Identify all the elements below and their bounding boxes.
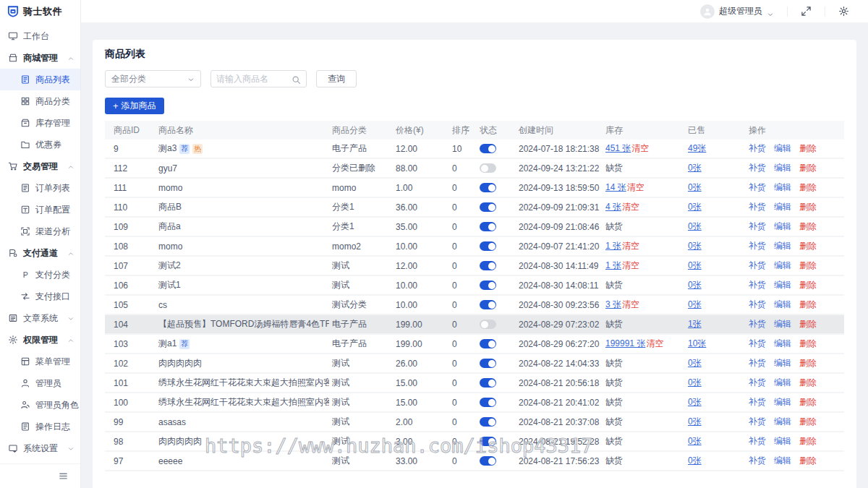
delete-action[interactable]: 删除 [799, 416, 817, 428]
sold-count-link[interactable]: 0张 [688, 221, 702, 233]
edit-action[interactable]: 编辑 [774, 357, 791, 369]
settings-gear-icon[interactable] [838, 6, 849, 17]
restock-action[interactable]: 补货 [749, 377, 766, 389]
sidebar-item-menu-management[interactable]: 菜单管理 [0, 351, 80, 372]
category-select[interactable]: 全部分类 [105, 70, 201, 87]
status-toggle[interactable] [480, 300, 496, 309]
query-button[interactable]: 查询 [316, 70, 357, 87]
restock-action[interactable]: 补货 [749, 416, 766, 428]
restock-action[interactable]: 补货 [749, 279, 766, 291]
sidebar-item-article-system[interactable]: 文章系统 [0, 307, 80, 329]
edit-action[interactable]: 编辑 [774, 377, 791, 389]
delete-action[interactable]: 删除 [799, 318, 817, 330]
add-product-button[interactable]: + 添加商品 [105, 98, 164, 114]
sold-count-link[interactable]: 0张 [688, 201, 702, 213]
sold-count-link[interactable]: 0张 [688, 260, 702, 272]
status-toggle[interactable] [480, 359, 496, 368]
stock-count-link[interactable]: 451 张 [605, 142, 631, 155]
sold-count-link[interactable]: 1张 [688, 318, 702, 330]
sidebar-item-coupon[interactable]: 优惠券 [0, 134, 80, 155]
delete-action[interactable]: 删除 [799, 201, 817, 213]
sidebar-item-admin[interactable]: 管理员 [0, 372, 80, 394]
edit-action[interactable]: 编辑 [774, 318, 791, 330]
sidebar-item-admin-role[interactable]: 管理员角色 [0, 394, 80, 416]
edit-action[interactable]: 编辑 [774, 240, 791, 252]
delete-action[interactable]: 删除 [799, 299, 817, 311]
stock-clear-link[interactable]: 清空 [631, 142, 649, 155]
restock-action[interactable]: 补货 [749, 338, 766, 350]
product-name-search[interactable] [210, 70, 307, 87]
sold-count-link[interactable]: 10张 [688, 338, 706, 350]
status-toggle[interactable] [480, 339, 496, 348]
delete-action[interactable]: 删除 [799, 357, 817, 369]
fullscreen-icon[interactable] [801, 6, 812, 17]
sold-count-link[interactable]: 0张 [688, 396, 702, 408]
status-toggle[interactable] [480, 437, 496, 446]
status-toggle[interactable] [480, 261, 496, 270]
status-toggle[interactable] [480, 241, 496, 251]
delete-action[interactable]: 删除 [799, 221, 817, 233]
edit-action[interactable]: 编辑 [774, 435, 791, 448]
stock-clear-link[interactable]: 清空 [622, 260, 639, 272]
stock-count-link[interactable]: 1 张 [605, 240, 621, 252]
sidebar-item-system-settings[interactable]: 系统设置 [0, 437, 80, 459]
status-toggle[interactable] [480, 281, 496, 290]
delete-action[interactable]: 删除 [799, 260, 817, 272]
stock-count-link[interactable]: 1 张 [605, 260, 621, 272]
status-toggle[interactable] [480, 222, 496, 231]
edit-action[interactable]: 编辑 [774, 260, 791, 272]
sold-count-link[interactable]: 0张 [688, 455, 702, 467]
sold-count-link[interactable]: 0张 [688, 435, 702, 448]
status-toggle[interactable] [480, 320, 496, 329]
sold-count-link[interactable]: 0张 [688, 357, 702, 369]
edit-action[interactable]: 编辑 [774, 338, 791, 350]
restock-action[interactable]: 补货 [749, 240, 766, 252]
edit-action[interactable]: 编辑 [774, 201, 791, 213]
sidebar-item-payment-interface[interactable]: 支付接口 [0, 286, 80, 307]
restock-action[interactable]: 补货 [749, 299, 766, 311]
sidebar-item-trade-management[interactable]: 交易管理 [0, 155, 80, 177]
restock-action[interactable]: 补货 [749, 181, 766, 194]
stock-count-link[interactable]: 4 张 [605, 201, 621, 213]
status-toggle[interactable] [480, 183, 496, 192]
sidebar-item-payment-channel[interactable]: 支付通道 [0, 242, 80, 264]
sold-count-link[interactable]: 0张 [688, 299, 702, 311]
delete-action[interactable]: 删除 [799, 240, 817, 252]
restock-action[interactable]: 补货 [749, 455, 766, 467]
edit-action[interactable]: 编辑 [774, 279, 791, 291]
edit-action[interactable]: 编辑 [774, 181, 791, 194]
sold-count-link[interactable]: 0张 [688, 181, 702, 194]
stock-clear-link[interactable]: 清空 [622, 201, 639, 213]
delete-action[interactable]: 删除 [799, 455, 817, 467]
delete-action[interactable]: 删除 [799, 142, 817, 155]
delete-action[interactable]: 删除 [799, 338, 817, 350]
sold-count-link[interactable]: 49张 [688, 142, 706, 155]
sold-count-link[interactable]: 0张 [688, 240, 702, 252]
delete-action[interactable]: 删除 [799, 279, 817, 291]
sidebar-item-mall-management[interactable]: 商城管理 [0, 47, 80, 69]
edit-action[interactable]: 编辑 [774, 455, 791, 467]
restock-action[interactable]: 补货 [749, 435, 766, 448]
delete-action[interactable]: 删除 [799, 377, 817, 389]
delete-action[interactable]: 删除 [799, 162, 817, 174]
sidebar-item-order-list[interactable]: 订单列表 [0, 177, 80, 199]
delete-action[interactable]: 删除 [799, 181, 817, 194]
stock-clear-link[interactable]: 清空 [627, 181, 644, 194]
user-menu[interactable]: 超级管理员 [700, 4, 774, 19]
search-input[interactable] [216, 74, 289, 84]
status-toggle[interactable] [480, 398, 496, 407]
restock-action[interactable]: 补货 [749, 221, 766, 233]
sidebar-item-channel-analysis[interactable]: 渠道分析 [0, 221, 80, 242]
restock-action[interactable]: 补货 [749, 357, 766, 369]
stock-clear-link[interactable]: 清空 [622, 299, 639, 311]
sidebar-item-order-config[interactable]: 订单配置 [0, 199, 80, 221]
status-toggle[interactable] [480, 202, 496, 212]
status-toggle[interactable] [480, 144, 496, 153]
restock-action[interactable]: 补货 [749, 396, 766, 408]
edit-action[interactable]: 编辑 [774, 396, 791, 408]
delete-action[interactable]: 删除 [799, 435, 817, 448]
stock-count-link[interactable]: 3 张 [605, 299, 621, 311]
sidebar-item-product-category[interactable]: 商品分类 [0, 90, 80, 112]
sold-count-link[interactable]: 0张 [688, 377, 702, 389]
status-toggle[interactable] [480, 163, 496, 173]
